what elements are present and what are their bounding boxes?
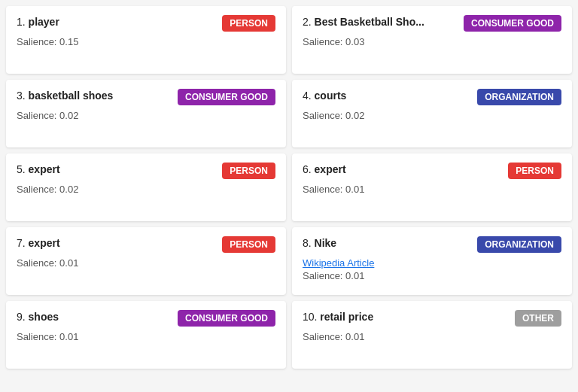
card-name: expert — [315, 163, 346, 175]
card-number: 10. — [303, 311, 317, 323]
entity-card-8: 8. NikeORGANIZATIONWikipedia ArticleSali… — [292, 227, 572, 295]
entity-card-3: 3. basketball shoesCONSUMER GOODSalience… — [6, 80, 286, 147]
card-header: 4. courtsORGANIZATION — [303, 89, 561, 105]
salience-value: Salience: 0.02 — [303, 110, 561, 121]
card-header: 10. retail priceOTHER — [303, 310, 561, 327]
card-name: basketball shoes — [29, 90, 114, 102]
card-header: 5. expertPERSON — [17, 163, 275, 179]
entities-grid: 1. playerPERSONSalience: 0.152. Best Bas… — [6, 6, 572, 369]
entity-badge: ORGANIZATION — [477, 236, 561, 253]
entity-card-2: 2. Best Basketball Sho...CONSUMER GOODSa… — [292, 6, 572, 74]
card-title: 7. expert — [17, 236, 60, 250]
entity-badge: PERSON — [222, 15, 275, 32]
card-title: 6. expert — [303, 163, 346, 176]
entity-badge: CONSUMER GOOD — [178, 310, 275, 327]
card-header: 9. shoesCONSUMER GOOD — [17, 310, 275, 327]
entity-card-1: 1. playerPERSONSalience: 0.15 — [6, 6, 286, 74]
entity-card-4: 4. courtsORGANIZATIONSalience: 0.02 — [292, 80, 572, 147]
salience-value: Salience: 0.02 — [17, 184, 275, 195]
salience-value: Salience: 0.01 — [303, 270, 561, 281]
card-title: 2. Best Basketball Sho... — [303, 15, 424, 29]
card-header: 2. Best Basketball Sho...CONSUMER GOOD — [303, 15, 561, 32]
entity-badge: CONSUMER GOOD — [178, 89, 275, 105]
card-header: 8. NikeORGANIZATION — [303, 236, 561, 253]
entity-card-9: 9. shoesCONSUMER GOODSalience: 0.01 — [6, 301, 286, 369]
entity-card-5: 5. expertPERSONSalience: 0.02 — [6, 153, 286, 221]
entity-badge: ORGANIZATION — [477, 89, 561, 105]
entity-badge: OTHER — [515, 310, 561, 327]
card-number: 3. — [17, 90, 26, 102]
salience-value: Salience: 0.01 — [17, 257, 275, 269]
card-name: retail price — [320, 311, 373, 323]
card-number: 9. — [17, 311, 26, 323]
card-number: 7. — [17, 237, 26, 249]
card-title: 4. courts — [303, 89, 346, 102]
card-number: 4. — [303, 90, 312, 102]
card-name: shoes — [29, 311, 59, 323]
card-header: 6. expertPERSON — [303, 163, 561, 179]
card-number: 2. — [303, 16, 312, 28]
card-title: 8. Nike — [303, 236, 336, 250]
entity-card-7: 7. expertPERSONSalience: 0.01 — [6, 227, 286, 295]
card-number: 6. — [303, 163, 312, 175]
card-title: 3. basketball shoes — [17, 89, 113, 102]
entity-badge: CONSUMER GOOD — [464, 15, 561, 32]
card-number: 1. — [17, 16, 26, 28]
card-name: Nike — [315, 237, 337, 249]
card-title: 1. player — [17, 15, 59, 29]
card-header: 3. basketball shoesCONSUMER GOOD — [17, 89, 275, 105]
card-header: 7. expertPERSON — [17, 236, 275, 253]
card-number: 5. — [17, 163, 26, 175]
salience-value: Salience: 0.15 — [17, 36, 275, 47]
entity-card-10: 10. retail priceOTHERSalience: 0.01 — [292, 301, 572, 369]
salience-value: Salience: 0.03 — [303, 36, 561, 47]
wikipedia-link[interactable]: Wikipedia Article — [303, 257, 561, 269]
entity-badge: PERSON — [222, 163, 275, 179]
salience-value: Salience: 0.01 — [17, 331, 275, 342]
card-title: 10. retail price — [303, 310, 373, 324]
salience-value: Salience: 0.01 — [303, 184, 561, 195]
card-header: 1. playerPERSON — [17, 15, 275, 32]
card-name: player — [29, 16, 59, 28]
card-title: 9. shoes — [17, 310, 59, 324]
salience-value: Salience: 0.02 — [17, 110, 275, 121]
entity-badge: PERSON — [222, 236, 275, 253]
card-number: 8. — [303, 237, 312, 249]
entity-card-6: 6. expertPERSONSalience: 0.01 — [292, 153, 572, 221]
salience-value: Salience: 0.01 — [303, 331, 561, 342]
card-name: Best Basketball Sho... — [315, 16, 424, 28]
card-name: expert — [29, 163, 60, 175]
entity-badge: PERSON — [508, 163, 561, 179]
card-title: 5. expert — [17, 163, 60, 176]
card-name: expert — [29, 237, 60, 249]
card-name: courts — [315, 90, 347, 102]
